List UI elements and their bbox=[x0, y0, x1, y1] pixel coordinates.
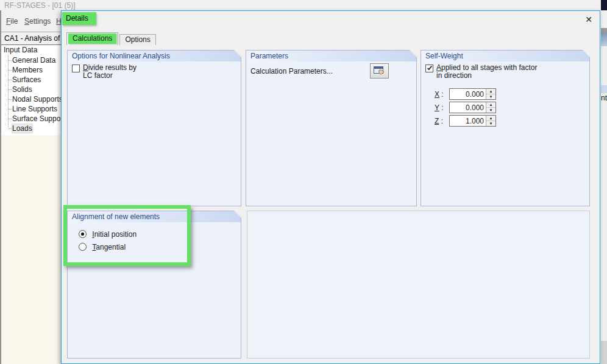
spin-up-icon[interactable]: ▲ bbox=[486, 89, 495, 94]
group-self-weight-title: Self-Weight bbox=[421, 51, 589, 61]
spin-down-icon[interactable]: ▼ bbox=[486, 121, 495, 126]
empty-panel bbox=[247, 211, 590, 359]
self-weight-checkbox[interactable] bbox=[425, 65, 433, 72]
spin-up-icon[interactable]: ▲ bbox=[486, 116, 495, 121]
spin-up-icon[interactable]: ▲ bbox=[486, 102, 495, 108]
case-selector[interactable]: CA1 - Analysis of co bbox=[1, 32, 61, 45]
tree-item-members[interactable]: Members bbox=[1, 65, 61, 75]
tree-item-solids[interactable]: Solids bbox=[1, 85, 61, 94]
calculation-parameters-label: Calculation Parameters... bbox=[250, 67, 333, 75]
tree-item-general-data[interactable]: General Data bbox=[1, 55, 61, 65]
factor-z-spinner: ▲ ▼ bbox=[486, 116, 495, 126]
sliver-bottom-band bbox=[601, 341, 607, 364]
sliver-lightblue-band bbox=[601, 85, 607, 93]
navigator-empty-area bbox=[1, 135, 61, 364]
close-icon[interactable]: ✕ bbox=[582, 13, 595, 27]
factor-y-spinner: ▲ ▼ bbox=[486, 102, 495, 113]
spin-down-icon[interactable]: ▼ bbox=[486, 108, 495, 113]
factor-z-label: Z : bbox=[435, 117, 449, 125]
menu-file[interactable]: File bbox=[6, 17, 18, 26]
group-nonlinear-analysis: Options for Nonlinear Analysis Divide re… bbox=[67, 50, 241, 206]
spin-down-icon[interactable]: ▼ bbox=[486, 94, 495, 99]
sliver-gray-band bbox=[601, 28, 607, 33]
factor-x-spinner: ▲ ▼ bbox=[486, 89, 495, 99]
sliver-blue-band bbox=[601, 33, 607, 46]
factor-x-input[interactable]: 0.000 ▲ ▼ bbox=[449, 88, 496, 100]
calculation-parameters-button[interactable] bbox=[370, 63, 389, 79]
factor-z-input[interactable]: 1.000 ▲ ▼ bbox=[449, 115, 496, 127]
group-parameters: Parameters Calculation Parameters... bbox=[246, 50, 417, 206]
tree-item-loads[interactable]: Loads bbox=[1, 124, 61, 133]
divide-results-checkbox[interactable] bbox=[72, 65, 80, 72]
divide-results-label: Divide results by LC factor bbox=[83, 64, 137, 80]
tab-calculations[interactable]: Calculations bbox=[66, 32, 118, 45]
background-window-title: RF-STAGES - [01 (5)] bbox=[4, 1, 75, 10]
factor-y-row: Y : 0.000 ▲ ▼ bbox=[435, 102, 496, 113]
navigator-tree: Input Data General Data Members Surfaces… bbox=[1, 45, 61, 135]
group-self-weight: Self-Weight Applied to all stages with f… bbox=[421, 50, 590, 206]
group-parameters-title: Parameters bbox=[246, 51, 416, 61]
tree-item-surfaces[interactable]: Surfaces bbox=[1, 75, 61, 85]
check-icon bbox=[427, 65, 432, 71]
sliver-dark-band bbox=[601, 0, 607, 10]
background-window-titlebar: RF-STAGES - [01 (5)] bbox=[0, 0, 607, 10]
sliver-light-band bbox=[601, 10, 607, 28]
menu-help[interactable]: H bbox=[56, 17, 61, 26]
factor-x-label: X : bbox=[435, 90, 449, 99]
details-dialog: Details ✕ Calculations Options Options f… bbox=[61, 10, 600, 364]
factor-y-input[interactable]: 0.000 ▲ ▼ bbox=[449, 102, 496, 113]
tree-item-surface-supports[interactable]: Surface Supports bbox=[1, 114, 61, 124]
factor-z-row: Z : 1.000 ▲ ▼ bbox=[435, 115, 496, 127]
group-nonlinear-title: Options for Nonlinear Analysis bbox=[68, 51, 241, 61]
tree-item-line-supports[interactable]: Line Supports bbox=[1, 104, 61, 114]
tab-options[interactable]: Options bbox=[119, 34, 155, 45]
factor-y-label: Y : bbox=[435, 103, 449, 112]
menu-settings[interactable]: Settings bbox=[24, 17, 51, 26]
tree-item-nodal-supports[interactable]: Nodal Supports bbox=[1, 94, 61, 104]
background-window-right-sliver: nt bbox=[601, 0, 607, 364]
factor-x-row: X : 0.000 ▲ ▼ bbox=[435, 88, 496, 100]
annotation-highlight-rectangle bbox=[63, 205, 191, 266]
tree-root-input-data[interactable]: Input Data bbox=[1, 45, 61, 55]
dialog-title: Details bbox=[62, 12, 96, 25]
self-weight-label: Applied to all stages with factor in dir… bbox=[436, 64, 537, 80]
calculation-parameters-icon bbox=[374, 66, 385, 75]
tab-strip: Calculations Options bbox=[66, 32, 156, 45]
menubar: File Settings H bbox=[1, 10, 61, 32]
sliver-text-fragment: nt bbox=[601, 93, 607, 105]
